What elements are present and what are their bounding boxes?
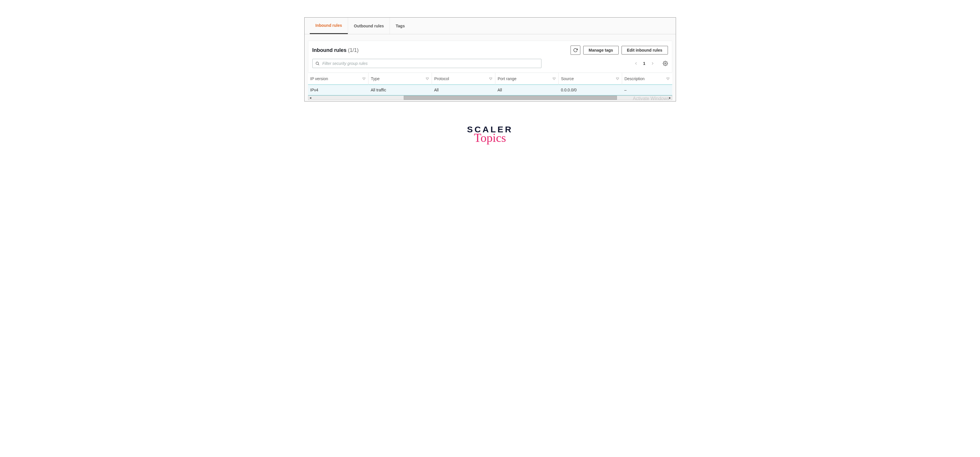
tab-inbound-rules[interactable]: Inbound rules: [310, 18, 348, 34]
cell-type: All traffic: [369, 85, 432, 96]
section-title-text: Inbound rules: [312, 47, 347, 53]
security-group-panel: Inbound rules Outbound rules Tags Inboun…: [304, 17, 676, 102]
sort-icon: [616, 77, 619, 80]
section-title-wrap: Inbound rules (1/1): [312, 47, 359, 53]
section-count: (1/1): [348, 47, 359, 53]
section-actions: Manage tags Edit inbound rules: [571, 46, 668, 55]
manage-tags-button[interactable]: Manage tags: [583, 46, 619, 54]
filter-input[interactable]: [312, 59, 541, 68]
col-source[interactable]: Source: [559, 73, 622, 85]
col-source-label: Source: [561, 76, 574, 81]
sort-icon: [426, 77, 429, 80]
col-description[interactable]: Description: [622, 73, 672, 85]
col-type-label: Type: [371, 76, 380, 81]
col-ip-version-label: IP version: [310, 76, 328, 81]
prev-page-icon[interactable]: [634, 61, 638, 65]
col-description-label: Description: [624, 76, 644, 81]
sort-icon: [489, 77, 492, 80]
section-header: Inbound rules (1/1) Manage tags Edit inb…: [308, 41, 672, 59]
col-port-range-label: Port range: [498, 76, 516, 81]
tab-tags[interactable]: Tags: [390, 18, 410, 34]
scaler-topics-logo: SCALER Topics: [467, 124, 513, 145]
page-number: 1: [643, 61, 646, 66]
refresh-icon: [573, 48, 578, 53]
cell-ip-version: IPv4: [308, 85, 369, 96]
cell-source: 0.0.0.0/0: [559, 85, 622, 96]
section-title: Inbound rules (1/1): [312, 47, 359, 53]
filter-row: 1: [308, 59, 672, 72]
svg-point-2: [665, 63, 666, 64]
edit-inbound-rules-button[interactable]: Edit inbound rules: [622, 46, 668, 54]
scroll-left-arrow[interactable]: ◀: [308, 96, 312, 100]
inbound-rules-section: Inbound rules (1/1) Manage tags Edit inb…: [308, 41, 672, 72]
cell-port-range: All: [495, 85, 559, 96]
tabs-bar: Inbound rules Outbound rules Tags: [305, 18, 676, 34]
svg-marker-3: [363, 78, 365, 80]
col-port-range[interactable]: Port range: [495, 73, 559, 85]
col-protocol[interactable]: Protocol: [432, 73, 495, 85]
next-page-icon[interactable]: [651, 61, 655, 65]
svg-line-1: [318, 64, 319, 65]
cell-description: –: [622, 85, 672, 96]
scroll-track[interactable]: [312, 96, 668, 100]
search-box: [312, 59, 541, 68]
rules-table: IP version Type Protocol Port range Sour…: [308, 73, 672, 96]
sort-icon: [667, 77, 669, 80]
table-row[interactable]: IPv4 All traffic All All 0.0.0.0/0 –: [308, 85, 672, 96]
windows-watermark: Activate Windows: [633, 96, 669, 101]
refresh-button[interactable]: [571, 46, 580, 55]
col-type[interactable]: Type: [369, 73, 432, 85]
settings-icon[interactable]: [663, 61, 668, 66]
rules-table-wrap: IP version Type Protocol Port range Sour…: [308, 73, 672, 96]
sort-icon: [363, 77, 365, 80]
horizontal-scrollbar[interactable]: ◀ ▶: [308, 96, 672, 100]
svg-marker-8: [667, 78, 669, 80]
scroll-thumb[interactable]: [404, 96, 617, 100]
cell-protocol: All: [432, 85, 495, 96]
search-icon: [315, 61, 320, 66]
sort-icon: [553, 77, 555, 80]
svg-marker-7: [616, 78, 619, 80]
svg-marker-5: [489, 78, 492, 80]
tab-outbound-rules[interactable]: Outbound rules: [348, 18, 390, 34]
col-protocol-label: Protocol: [434, 76, 449, 81]
col-ip-version[interactable]: IP version: [308, 73, 369, 85]
svg-marker-6: [553, 78, 555, 80]
svg-marker-4: [426, 78, 429, 80]
table-header-row: IP version Type Protocol Port range Sour…: [308, 73, 672, 85]
pager: 1: [634, 61, 668, 66]
